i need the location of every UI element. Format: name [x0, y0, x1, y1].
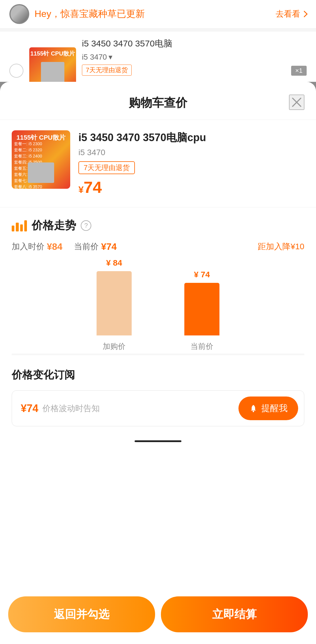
back-select-button[interactable]: 返回并勾选	[8, 596, 155, 632]
add-price-value: ¥84	[47, 241, 62, 252]
price-subscribe-section: 价格变化订阅 ¥74 价格波动时告知 提醒我	[0, 355, 316, 437]
current-price-bar-label: ¥ 74	[194, 270, 210, 279]
avatar	[9, 4, 29, 24]
modal-header: 购物车查价	[0, 82, 316, 120]
current-price-label: 当前价	[74, 241, 99, 252]
close-icon	[291, 97, 302, 108]
help-icon[interactable]: ?	[81, 220, 91, 231]
bars-wrapper: ¥ 84 加购价 ¥ 74 当前价	[12, 264, 304, 352]
bell-icon	[249, 404, 258, 413]
cart-item-variant: i5 3470 ▾	[82, 53, 285, 62]
subscribe-price-area: ¥74 价格波动时告知	[21, 402, 100, 415]
add-price-xlabel: 加购价	[103, 341, 126, 352]
cpu-image	[28, 162, 54, 183]
checkout-button[interactable]: 立即结算	[161, 596, 308, 632]
thumb-label: 1155针 CPU散片	[29, 50, 76, 58]
page-wrapper: Hey，惊喜宝藏种草已更新 去看看 1155针 CPU散片 i5 3450 34…	[0, 0, 316, 644]
current-price-item: 当前价 ¥74	[74, 241, 116, 252]
add-price-bar-label: ¥ 84	[106, 258, 122, 268]
subscribe-hint: 价格波动时告知	[42, 403, 100, 414]
notification-left: Hey，惊喜宝藏种草已更新	[9, 4, 145, 24]
chart-baseline	[12, 354, 304, 354]
current-price-xlabel: 当前价	[190, 341, 213, 352]
trend-chart-icon	[12, 220, 27, 231]
avatar-inner	[11, 5, 28, 23]
price-compare-row: 加入时价 ¥84 当前价 ¥74 距加入降¥10	[12, 241, 304, 252]
bar-chart: ¥ 84 加购价 ¥ 74 当前价	[12, 258, 304, 355]
current-price-bar	[184, 283, 219, 335]
modal-product-section: 1155针 CPU散片 套餐一: i5 2300 套餐二: i5 2320 套餐…	[0, 120, 316, 207]
modal-product-variant: i5 3470	[78, 148, 304, 157]
modal-title: 购物车查价	[129, 96, 187, 109]
add-price-item: 加入时价 ¥84	[12, 241, 62, 252]
cart-item-title: i5 3450 3470 3570电脑	[82, 37, 285, 50]
notification-link[interactable]: 去看看	[276, 8, 307, 20]
dropdown-icon[interactable]: ▾	[109, 53, 112, 62]
subscribe-input-row: ¥74 价格波动时告知 提醒我	[12, 390, 304, 426]
modal-price-symbol: ¥	[78, 184, 84, 195]
price-drop-since-add: 距加入降¥10	[258, 241, 304, 252]
add-price-label: 加入时价	[12, 241, 44, 252]
chevron-right-icon	[301, 11, 308, 18]
return-policy-tag: 7天无理由退货	[82, 65, 132, 76]
modal-product-price: ¥74	[78, 178, 304, 197]
close-button[interactable]	[289, 95, 304, 110]
add-price-bar	[97, 271, 132, 335]
modal-price-value: 74	[84, 178, 102, 196]
notification-text: Hey，惊喜宝藏种草已更新	[35, 8, 145, 20]
modal-product-info: i5 3450 3470 3570电脑cpu i5 3470 7天无理由退货 ¥…	[78, 130, 304, 197]
price-trend-section: 价格走势 ? 加入时价 ¥84 当前价 ¥74 距加入降¥10	[0, 207, 316, 355]
notify-btn-label: 提醒我	[261, 402, 288, 414]
price-trend-title: 价格走势	[32, 218, 76, 233]
subscribe-title: 价格变化订阅	[12, 368, 304, 382]
add-price-bar-group: ¥ 84 加购价	[97, 258, 132, 352]
svg-point-2	[253, 411, 254, 412]
notification-bar: Hey，惊喜宝藏种草已更新 去看看	[0, 0, 316, 28]
modal-thumbnail: 1155针 CPU散片 套餐一: i5 2300 套餐二: i5 2320 套餐…	[12, 130, 70, 189]
modal-return-tag: 7天无理由退货	[78, 161, 135, 174]
price-compare-left: 加入时价 ¥84 当前价 ¥74	[12, 241, 117, 252]
home-indicator	[135, 440, 181, 442]
current-price-bar-group: ¥ 74 当前价	[184, 270, 219, 352]
quantity-badge: ×1	[291, 66, 307, 76]
radio-select[interactable]	[9, 64, 23, 78]
link-label: 去看看	[276, 8, 300, 20]
subscribe-price-value: ¥74	[21, 402, 38, 415]
notify-button[interactable]: 提醒我	[238, 397, 298, 420]
modal-sheet: 购物车查价 1155针 CPU散片 套餐一: i5 2300 套餐二: i5 2…	[0, 82, 316, 644]
bottom-actions: 返回并勾选 立即结算	[0, 589, 316, 644]
price-trend-header: 价格走势 ?	[12, 218, 304, 233]
current-price-value: ¥74	[101, 241, 116, 252]
modal-product-title: i5 3450 3470 3570电脑cpu	[78, 130, 304, 145]
